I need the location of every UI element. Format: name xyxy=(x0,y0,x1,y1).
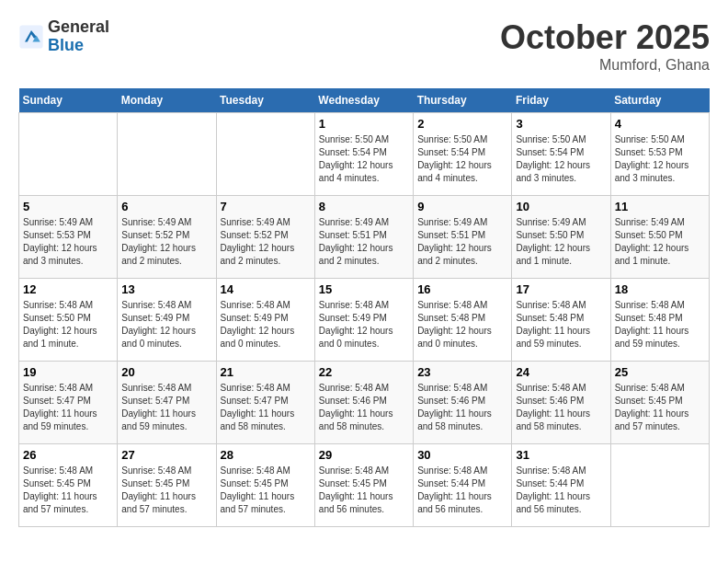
day-number: 24 xyxy=(516,365,606,379)
day-number: 11 xyxy=(615,200,705,213)
day-number: 8 xyxy=(319,200,409,213)
day-number: 30 xyxy=(417,448,507,462)
day-info: Sunrise: 5:48 AM Sunset: 5:45 PM Dayligh… xyxy=(221,465,311,516)
day-info: Sunrise: 5:48 AM Sunset: 5:46 PM Dayligh… xyxy=(516,382,606,433)
calendar-cell xyxy=(19,113,118,196)
calendar-cell: 8Sunrise: 5:49 AM Sunset: 5:51 PM Daylig… xyxy=(314,196,413,279)
logo-blue-text: Blue xyxy=(48,37,109,55)
day-info: Sunrise: 5:48 AM Sunset: 5:49 PM Dayligh… xyxy=(121,299,211,350)
day-number: 10 xyxy=(516,200,606,213)
header-thursday: Thursday xyxy=(414,88,512,113)
calendar-cell: 21Sunrise: 5:48 AM Sunset: 5:47 PM Dayli… xyxy=(216,362,314,444)
day-info: Sunrise: 5:48 AM Sunset: 5:47 PM Dayligh… xyxy=(23,382,113,433)
day-number: 29 xyxy=(319,448,409,462)
calendar-cell xyxy=(216,113,314,196)
day-info: Sunrise: 5:48 AM Sunset: 5:48 PM Dayligh… xyxy=(615,299,705,350)
day-number: 17 xyxy=(516,282,606,296)
day-info: Sunrise: 5:48 AM Sunset: 5:45 PM Dayligh… xyxy=(23,465,113,516)
calendar-cell: 2Sunrise: 5:50 AM Sunset: 5:54 PM Daylig… xyxy=(414,113,512,196)
calendar-cell xyxy=(610,444,709,527)
calendar-cell: 18Sunrise: 5:48 AM Sunset: 5:48 PM Dayli… xyxy=(610,279,709,362)
day-info: Sunrise: 5:50 AM Sunset: 5:54 PM Dayligh… xyxy=(319,133,409,185)
calendar-cell: 7Sunrise: 5:49 AM Sunset: 5:52 PM Daylig… xyxy=(216,196,314,279)
day-number: 20 xyxy=(121,365,211,379)
day-info: Sunrise: 5:49 AM Sunset: 5:52 PM Dayligh… xyxy=(221,216,311,268)
day-info: Sunrise: 5:48 AM Sunset: 5:47 PM Dayligh… xyxy=(221,382,311,433)
day-info: Sunrise: 5:48 AM Sunset: 5:48 PM Dayligh… xyxy=(516,299,606,350)
header-sunday: Sunday xyxy=(19,88,118,113)
calendar-cell: 15Sunrise: 5:48 AM Sunset: 5:49 PM Dayli… xyxy=(314,279,413,362)
day-info: Sunrise: 5:48 AM Sunset: 5:45 PM Dayligh… xyxy=(319,465,409,516)
calendar-cell: 5Sunrise: 5:49 AM Sunset: 5:53 PM Daylig… xyxy=(19,196,118,279)
calendar-cell: 22Sunrise: 5:48 AM Sunset: 5:46 PM Dayli… xyxy=(314,362,413,444)
calendar-cell: 12Sunrise: 5:48 AM Sunset: 5:50 PM Dayli… xyxy=(19,279,118,362)
logo-icon xyxy=(18,24,44,50)
day-number: 22 xyxy=(319,365,409,379)
header-wednesday: Wednesday xyxy=(314,88,413,113)
logo-general-text: General xyxy=(48,18,109,37)
day-number: 15 xyxy=(319,282,409,296)
calendar-cell: 9Sunrise: 5:49 AM Sunset: 5:51 PM Daylig… xyxy=(414,196,512,279)
day-number: 4 xyxy=(615,117,705,131)
day-number: 3 xyxy=(516,117,606,131)
calendar-cell: 29Sunrise: 5:48 AM Sunset: 5:45 PM Dayli… xyxy=(314,444,413,527)
header-friday: Friday xyxy=(512,88,610,113)
day-number: 5 xyxy=(23,200,113,213)
day-info: Sunrise: 5:48 AM Sunset: 5:44 PM Dayligh… xyxy=(516,465,606,516)
calendar-week-1: 1Sunrise: 5:50 AM Sunset: 5:54 PM Daylig… xyxy=(19,113,710,196)
calendar-cell: 30Sunrise: 5:48 AM Sunset: 5:44 PM Dayli… xyxy=(414,444,512,527)
day-info: Sunrise: 5:49 AM Sunset: 5:52 PM Dayligh… xyxy=(121,216,211,268)
day-number: 1 xyxy=(319,117,409,131)
day-info: Sunrise: 5:48 AM Sunset: 5:45 PM Dayligh… xyxy=(615,382,705,433)
day-number: 18 xyxy=(615,282,705,296)
day-info: Sunrise: 5:50 AM Sunset: 5:54 PM Dayligh… xyxy=(417,133,507,185)
calendar-cell: 13Sunrise: 5:48 AM Sunset: 5:49 PM Dayli… xyxy=(118,279,216,362)
day-number: 6 xyxy=(121,200,211,213)
day-info: Sunrise: 5:49 AM Sunset: 5:51 PM Dayligh… xyxy=(319,216,409,268)
day-info: Sunrise: 5:48 AM Sunset: 5:48 PM Dayligh… xyxy=(417,299,507,350)
day-number: 9 xyxy=(417,200,507,213)
month-title: October 2025 Mumford, Ghana xyxy=(500,18,710,74)
day-number: 7 xyxy=(221,200,311,213)
day-number: 12 xyxy=(23,282,113,296)
calendar-cell: 3Sunrise: 5:50 AM Sunset: 5:54 PM Daylig… xyxy=(512,113,610,196)
calendar-week-5: 26Sunrise: 5:48 AM Sunset: 5:45 PM Dayli… xyxy=(19,444,710,527)
header-monday: Monday xyxy=(118,88,216,113)
calendar-cell: 4Sunrise: 5:50 AM Sunset: 5:53 PM Daylig… xyxy=(610,113,709,196)
month-year: October 2025 xyxy=(500,18,710,57)
day-info: Sunrise: 5:48 AM Sunset: 5:50 PM Dayligh… xyxy=(23,299,113,350)
calendar-cell: 14Sunrise: 5:48 AM Sunset: 5:49 PM Dayli… xyxy=(216,279,314,362)
calendar-cell xyxy=(118,113,216,196)
calendar-week-3: 12Sunrise: 5:48 AM Sunset: 5:50 PM Dayli… xyxy=(19,279,710,362)
day-number: 13 xyxy=(121,282,211,296)
calendar-cell: 25Sunrise: 5:48 AM Sunset: 5:45 PM Dayli… xyxy=(610,362,709,444)
day-number: 14 xyxy=(221,282,311,296)
svg-rect-0 xyxy=(19,25,42,48)
calendar-cell: 19Sunrise: 5:48 AM Sunset: 5:47 PM Dayli… xyxy=(19,362,118,444)
calendar-cell: 6Sunrise: 5:49 AM Sunset: 5:52 PM Daylig… xyxy=(118,196,216,279)
calendar-cell: 17Sunrise: 5:48 AM Sunset: 5:48 PM Dayli… xyxy=(512,279,610,362)
header-saturday: Saturday xyxy=(610,88,709,113)
day-info: Sunrise: 5:48 AM Sunset: 5:46 PM Dayligh… xyxy=(319,382,409,433)
day-number: 27 xyxy=(121,448,211,462)
day-info: Sunrise: 5:49 AM Sunset: 5:53 PM Dayligh… xyxy=(23,216,113,268)
calendar-header-row: SundayMondayTuesdayWednesdayThursdayFrid… xyxy=(19,88,710,113)
logo: General Blue xyxy=(18,18,109,55)
day-info: Sunrise: 5:49 AM Sunset: 5:50 PM Dayligh… xyxy=(516,216,606,268)
calendar-cell: 27Sunrise: 5:48 AM Sunset: 5:45 PM Dayli… xyxy=(118,444,216,527)
day-info: Sunrise: 5:48 AM Sunset: 5:49 PM Dayligh… xyxy=(221,299,311,350)
calendar-cell: 16Sunrise: 5:48 AM Sunset: 5:48 PM Dayli… xyxy=(414,279,512,362)
calendar-table: SundayMondayTuesdayWednesdayThursdayFrid… xyxy=(18,88,710,527)
day-info: Sunrise: 5:48 AM Sunset: 5:46 PM Dayligh… xyxy=(417,382,507,433)
day-number: 28 xyxy=(221,448,311,462)
calendar-cell: 20Sunrise: 5:48 AM Sunset: 5:47 PM Dayli… xyxy=(118,362,216,444)
calendar-cell: 1Sunrise: 5:50 AM Sunset: 5:54 PM Daylig… xyxy=(314,113,413,196)
day-number: 23 xyxy=(417,365,507,379)
day-info: Sunrise: 5:48 AM Sunset: 5:47 PM Dayligh… xyxy=(121,382,211,433)
calendar-cell: 26Sunrise: 5:48 AM Sunset: 5:45 PM Dayli… xyxy=(19,444,118,527)
day-number: 16 xyxy=(417,282,507,296)
day-info: Sunrise: 5:48 AM Sunset: 5:44 PM Dayligh… xyxy=(417,465,507,516)
calendar-cell: 28Sunrise: 5:48 AM Sunset: 5:45 PM Dayli… xyxy=(216,444,314,527)
day-info: Sunrise: 5:48 AM Sunset: 5:49 PM Dayligh… xyxy=(319,299,409,350)
day-number: 21 xyxy=(221,365,311,379)
